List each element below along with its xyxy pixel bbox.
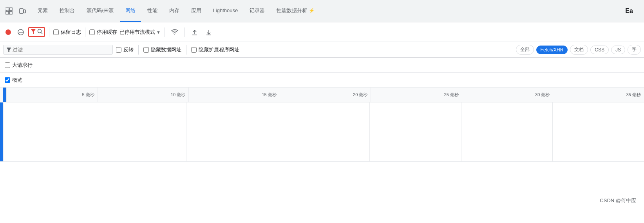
- watermark: CSDN @何中应: [600, 197, 636, 204]
- large-rows-label[interactable]: 大请求行: [5, 62, 33, 69]
- hide-data-urls-label[interactable]: 隐藏数据网址: [143, 46, 181, 53]
- tag-js[interactable]: JS: [611, 46, 625, 54]
- inspect-icon-btn[interactable]: [3, 5, 15, 17]
- svg-rect-0: [6, 8, 9, 11]
- separator-1: [49, 27, 49, 37]
- tab-sources[interactable]: 源代码/来源: [81, 0, 119, 22]
- overview-row: 概览: [0, 73, 644, 88]
- invert-checkbox[interactable]: [116, 47, 121, 53]
- separator-4: [185, 27, 185, 37]
- svg-rect-1: [9, 8, 12, 11]
- tag-more[interactable]: 字: [628, 45, 641, 55]
- ruler-tick-30: 30 毫秒: [462, 88, 553, 102]
- timeline-left-bar: [0, 102, 3, 161]
- upload-icon[interactable]: [189, 26, 201, 38]
- timeline-area: 5 毫秒 10 毫秒 15 毫秒 20 毫秒 25 毫秒 30 毫秒 35 毫秒: [0, 88, 644, 162]
- nav-icon-group: [3, 5, 28, 17]
- download-icon[interactable]: [203, 26, 215, 38]
- large-rows-row: 大请求行: [0, 58, 644, 73]
- tag-doc[interactable]: 文档: [570, 45, 588, 55]
- svg-rect-4: [20, 9, 23, 13]
- grid-col-2: [95, 102, 186, 161]
- separator-2: [85, 27, 85, 37]
- filter-funnel-small-icon: [7, 48, 11, 52]
- tab-application[interactable]: 应用: [186, 0, 207, 22]
- svg-rect-3: [9, 11, 12, 14]
- filter-search-box: [28, 27, 45, 37]
- tag-all[interactable]: 全部: [516, 45, 534, 55]
- large-rows-checkbox[interactable]: [5, 62, 10, 68]
- ruler-tick-20: 20 毫秒: [280, 88, 371, 102]
- svg-point-6: [5, 29, 11, 35]
- tag-fetch-xhr[interactable]: Fetch/XHR: [536, 46, 568, 54]
- top-nav-bar: 元素 控制台 源代码/来源 网络 性能 内存 应用 Lighthouse 记录器…: [0, 0, 644, 22]
- tab-recorder[interactable]: 记录器: [244, 0, 270, 22]
- grid-col-1: [3, 102, 95, 161]
- tab-console[interactable]: 控制台: [54, 0, 80, 22]
- hide-extensions-checkbox[interactable]: [191, 47, 197, 53]
- separator-3: [165, 27, 165, 37]
- svg-line-11: [41, 33, 43, 34]
- filter-input-box[interactable]: [3, 45, 113, 55]
- throttle-select[interactable]: 已停用节流模式 ▼: [119, 29, 161, 36]
- timeline-ruler: 5 毫秒 10 毫秒 15 毫秒 20 毫秒 25 毫秒 30 毫秒 35 毫秒: [6, 88, 644, 102]
- grid-col-5: [369, 102, 461, 161]
- device-mode-icon-btn[interactable]: [16, 5, 28, 17]
- tab-memory[interactable]: 内存: [164, 0, 185, 22]
- filter-input[interactable]: [13, 47, 109, 53]
- timeline-header: 5 毫秒 10 毫秒 15 毫秒 20 毫秒 25 毫秒 30 毫秒 35 毫秒: [0, 88, 644, 102]
- filter-tags: 全部 Fetch/XHR 文档 CSS JS 字: [516, 45, 641, 55]
- svg-marker-9: [31, 29, 36, 34]
- tab-elements[interactable]: 元素: [32, 0, 53, 22]
- disable-cache-label[interactable]: 停用缓存: [89, 29, 117, 36]
- filter-row: 反转 隐藏数据网址 隐藏扩展程序网址 全部 Fetch/XHR 文档 CSS J…: [0, 42, 644, 58]
- grid-col-7: [552, 102, 644, 161]
- search-icon[interactable]: [37, 29, 43, 35]
- clear-button[interactable]: [16, 27, 26, 37]
- network-toolbar: 保留日志 停用缓存 已停用节流模式 ▼: [0, 22, 644, 42]
- grid-col-4: [278, 102, 369, 161]
- svg-rect-2: [6, 11, 9, 14]
- filter-sep-1: [138, 45, 139, 55]
- ruler-tick-5: 5 毫秒: [6, 88, 98, 102]
- ruler-tick-35: 35 毫秒: [553, 88, 644, 102]
- perf-insights-icon: ⚡: [309, 8, 315, 13]
- tab-lighthouse[interactable]: Lighthouse: [208, 0, 244, 22]
- tab-perf-insights[interactable]: 性能数据分析 ⚡: [271, 0, 320, 22]
- disable-cache-checkbox[interactable]: [89, 29, 95, 35]
- tag-css[interactable]: CSS: [590, 46, 609, 54]
- tab-performance[interactable]: 性能: [142, 0, 163, 22]
- timeline-grid: [3, 102, 644, 161]
- ruler-tick-15: 15 毫秒: [188, 88, 280, 102]
- wifi-icon[interactable]: [169, 26, 181, 38]
- timeline-content: [0, 102, 644, 161]
- hide-data-urls-checkbox[interactable]: [143, 47, 149, 53]
- filter-sep-2: [186, 45, 186, 55]
- throttle-arrow-icon: ▼: [156, 30, 161, 35]
- hide-extensions-label[interactable]: 隐藏扩展程序网址: [191, 46, 239, 53]
- overview-checkbox[interactable]: [5, 77, 10, 83]
- record-button[interactable]: [3, 27, 13, 37]
- overview-label[interactable]: 概览: [5, 77, 22, 84]
- ea-badge: Ea: [617, 4, 641, 18]
- empty-area: CSDN @何中应: [0, 162, 644, 209]
- grid-col-3: [186, 102, 278, 161]
- filter-funnel-icon[interactable]: [31, 29, 36, 35]
- svg-rect-5: [24, 10, 25, 13]
- preserve-log-checkbox[interactable]: [53, 29, 59, 35]
- ruler-tick-25: 25 毫秒: [371, 88, 462, 102]
- svg-point-10: [38, 29, 42, 33]
- timeline-indicator: [3, 88, 6, 102]
- ruler-tick-10: 10 毫秒: [98, 88, 189, 102]
- tab-network[interactable]: 网络: [120, 0, 141, 22]
- grid-col-6: [461, 102, 553, 161]
- invert-label[interactable]: 反转: [116, 46, 134, 53]
- svg-marker-16: [7, 48, 11, 52]
- preserve-log-label[interactable]: 保留日志: [53, 29, 81, 36]
